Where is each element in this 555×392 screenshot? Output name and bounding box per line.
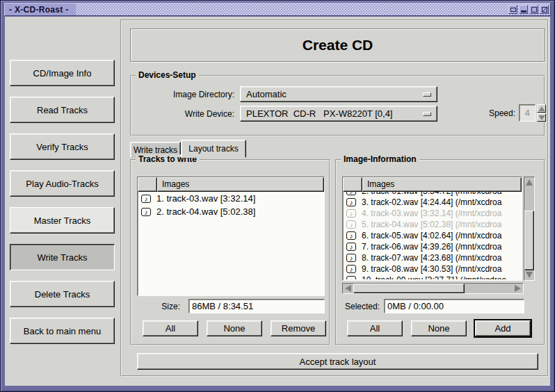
tracks-to-write-list: Images ♪ 1. track-03.wav [3:32.14] ♪ 2. …	[137, 177, 325, 296]
image-information-list: Images ♪ 2. track-01.wav [3:34.72] (/mnt…	[342, 177, 522, 281]
audio-track-icon: ♪	[346, 192, 356, 195]
accept-track-layout-button[interactable]: Accept track layout	[137, 353, 538, 370]
audio-track-icon: ♪	[346, 220, 356, 229]
speed-input[interactable]: 4	[519, 104, 536, 122]
track-row[interactable]: ♪ 8. track-07.wav [4:23.68] (/mnt/xcdroa	[343, 252, 522, 263]
tracks-remove-button[interactable]: Remove	[271, 320, 326, 336]
horizontal-scrollbar[interactable]	[342, 283, 524, 294]
window-content: CD/Image Info Read Tracks Verify Tracks …	[5, 17, 550, 386]
write-device-label: Write Device:	[131, 106, 234, 122]
track-row[interactable]: ♪ 2. track-04.wav [5:02.38]	[138, 205, 324, 218]
shade-icon	[510, 8, 516, 12]
write-device-select[interactable]: PLEXTOR CD-R PX-W8220T [0,4]	[240, 106, 437, 122]
list-header: Images	[138, 177, 324, 192]
track-row[interactable]: ♪ 6. track-05.wav [4:02.64] (/mnt/xcdroa	[343, 230, 522, 241]
list-header: Images	[343, 177, 522, 192]
page-title-box: Create CD	[130, 28, 545, 62]
minimize-button[interactable]	[519, 5, 528, 14]
speed-label: Speed:	[451, 106, 515, 121]
images-add-button[interactable]: Add	[475, 320, 531, 336]
selected-label: Selected:	[337, 299, 380, 314]
close-icon	[542, 7, 547, 13]
images-all-button[interactable]: All	[347, 320, 403, 336]
window-shade-button[interactable]	[508, 5, 517, 14]
sidebar-item-master-tracks[interactable]: Master Tracks	[10, 207, 115, 234]
sidebar-item-read-tracks[interactable]: Read Tracks	[10, 97, 115, 123]
image-directory-select[interactable]: Automatic	[240, 86, 437, 102]
sidebar-item-delete-tracks[interactable]: Delete Tracks	[10, 281, 115, 307]
sidebar-item-cd-image-info[interactable]: CD/Image Info	[10, 60, 115, 86]
titlebar[interactable]: - X-CD-Roast -	[4, 3, 551, 16]
maximize-button[interactable]	[529, 5, 538, 14]
sidebar-item-verify-tracks[interactable]: Verify Tracks	[10, 133, 115, 160]
horizontal-scrollbar-thumb[interactable]	[353, 284, 465, 293]
track-row[interactable]: ♪ 9. track-08.wav [4:30.53] (/mnt/xcdroa	[343, 263, 522, 275]
speed-down-button[interactable]	[537, 113, 546, 122]
window-controls	[508, 5, 550, 14]
image-directory-value: Automatic	[246, 89, 287, 99]
tab-layout-tracks[interactable]: Layout tracks	[181, 140, 246, 158]
option-menu-indicator-icon	[423, 92, 431, 97]
sidebar-item-write-tracks[interactable]: Write Tracks	[10, 244, 115, 270]
write-device-value: PLEXTOR CD-R PX-W8220T [0,4]	[246, 108, 392, 119]
speed-stepper	[537, 104, 546, 122]
track-row[interactable]: ♪ 3. track-02.wav [4:24.44] (/mnt/xcdroa	[343, 197, 522, 208]
devices-setup-legend: Devices-Setup	[136, 70, 199, 80]
audio-track-icon: ♪	[141, 195, 151, 203]
track-row[interactable]: ♪ 10. track-09.wav [3:37.71] (/mnt/xcdro…	[343, 275, 522, 279]
vertical-scrollbar[interactable]	[524, 177, 535, 281]
image-information-legend: Image-Information	[341, 154, 419, 164]
audio-track-icon: ♪	[346, 254, 356, 262]
close-button[interactable]	[540, 5, 549, 14]
images-none-button[interactable]: None	[411, 320, 467, 336]
sidebar-item-play-audio-tracks[interactable]: Play Audio-Tracks	[10, 170, 115, 197]
tracks-to-write-frame: Tracks to write Images ♪ 1. track-03.wav…	[130, 159, 330, 345]
app-window: - X-CD-Roast - CD/Image Info Read Tracks…	[0, 0, 555, 392]
audio-track-icon: ♪	[346, 231, 356, 240]
scroll-left-icon[interactable]	[345, 285, 351, 292]
tracks-all-button[interactable]: All	[143, 320, 198, 336]
page-title: Create CD	[303, 37, 373, 54]
scroll-right-icon[interactable]	[515, 285, 521, 292]
scroll-down-icon[interactable]	[526, 272, 533, 278]
sidebar-item-back-to-main-menu[interactable]: Back to main menu	[10, 318, 115, 344]
track-row[interactable]: ♪ 1. track-03.wav [3:32.14]	[138, 192, 324, 205]
devices-setup-frame: Devices-Setup Image Directory: Automatic…	[130, 75, 545, 136]
selected-value-field[interactable]: 0MB / 0:00.00	[384, 299, 524, 313]
maximize-icon	[531, 7, 537, 13]
track-row[interactable]: ♪ 4. track-03.wav [3:32.14] (/mnt/xcdroa	[343, 208, 522, 219]
speed-up-button[interactable]	[537, 104, 546, 113]
size-value-field[interactable]: 86MB / 8:34.51	[188, 299, 325, 313]
list-body: ♪ 2. track-01.wav [3:34.72] (/mnt/xcdroa…	[343, 192, 522, 279]
minimize-icon	[521, 10, 526, 13]
list-body: ♪ 1. track-03.wav [3:32.14] ♪ 2. track-0…	[138, 192, 324, 294]
track-row[interactable]: ♪ 7. track-06.wav [4:39.26] (/mnt/xcdroa	[343, 241, 522, 252]
window-title: - X-CD-Roast -	[5, 3, 76, 15]
image-directory-label: Image Directory:	[131, 87, 234, 102]
vertical-scrollbar-thumb[interactable]	[524, 211, 534, 270]
option-menu-indicator-icon	[423, 112, 431, 116]
size-label: Size:	[137, 299, 180, 314]
spin-down-icon	[538, 115, 545, 120]
icon-column-header[interactable]	[343, 177, 362, 192]
audio-track-icon: ♪	[141, 208, 151, 216]
spin-up-icon	[538, 106, 545, 111]
images-column-header[interactable]: Images	[362, 177, 522, 192]
images-column-header[interactable]: Images	[157, 177, 324, 192]
track-row[interactable]: ♪ 5. track-04.wav [5:02.38] (/mnt/xcdroa	[343, 219, 522, 230]
audio-track-icon: ♪	[346, 198, 356, 206]
image-information-frame: Image-Information Images ♪ 2. track-01.w…	[335, 159, 545, 345]
audio-track-icon: ♪	[346, 276, 356, 279]
icon-column-header[interactable]	[138, 177, 157, 192]
track-row[interactable]: ♪ 2. track-01.wav [3:34.72] (/mnt/xcdroa	[343, 192, 522, 197]
audio-track-icon: ♪	[346, 209, 356, 218]
scroll-up-icon[interactable]	[526, 179, 533, 186]
tracks-none-button[interactable]: None	[207, 320, 262, 336]
audio-track-icon: ♪	[346, 243, 356, 251]
audio-track-icon: ♪	[346, 265, 356, 273]
